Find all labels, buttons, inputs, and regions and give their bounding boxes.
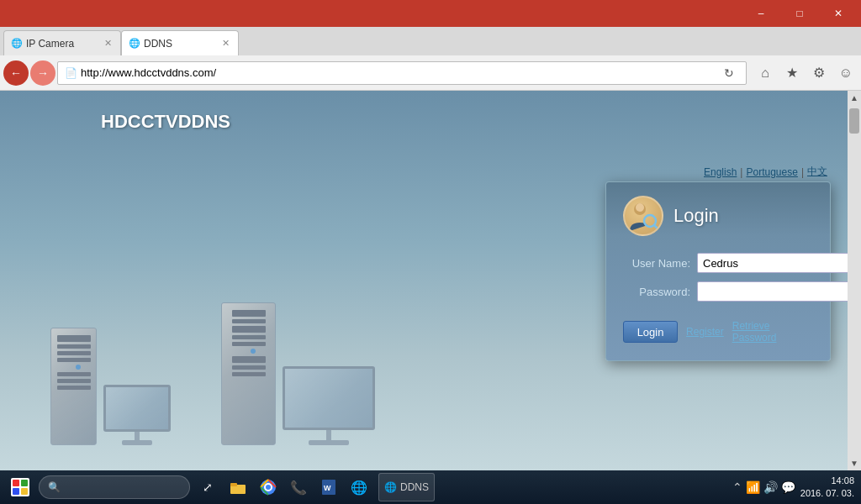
- favorites-icon[interactable]: ★: [780, 61, 804, 85]
- tabs-bar: 🌐 IP Camera ✕ 🌐 DDNS ✕: [0, 27, 861, 55]
- notification-icon[interactable]: 💬: [781, 480, 795, 494]
- toolbar-icons: ⌂ ★ ⚙ ☺: [753, 61, 858, 85]
- lang-portuguese[interactable]: Portuguese: [746, 166, 797, 178]
- back-button[interactable]: ←: [3, 60, 29, 86]
- register-link[interactable]: Register: [686, 326, 724, 338]
- smiley-icon[interactable]: ☺: [834, 61, 858, 85]
- tab-icon-ddns: 🌐: [129, 38, 140, 49]
- skype-button[interactable]: 📞: [284, 473, 313, 501]
- password-row: Password:: [623, 281, 813, 302]
- server-drive: [57, 335, 91, 342]
- tab-close-ddns[interactable]: ✕: [220, 38, 231, 49]
- server-drive: [232, 342, 266, 346]
- server-drive: [232, 372, 266, 376]
- computer-group-left: [50, 328, 171, 445]
- svg-line-2: [654, 225, 658, 228]
- server-drive: [57, 379, 91, 383]
- open-window-icon: 🌐: [384, 481, 397, 493]
- server-tower-1: [50, 328, 97, 445]
- lang-english[interactable]: English: [704, 166, 737, 178]
- server-drive: [232, 326, 266, 333]
- scroll-up-arrow[interactable]: ▲: [848, 91, 861, 105]
- task-view-button[interactable]: ⤢: [193, 473, 222, 501]
- taskbar-open-window[interactable]: 🌐 DDNS: [378, 473, 435, 501]
- username-input[interactable]: [697, 253, 848, 273]
- monitor-screen-right: [283, 366, 375, 430]
- taskbar-pinned: 📞 W 🌐: [224, 473, 373, 501]
- login-form: User Name: Password: Login Register Retr…: [623, 253, 813, 344]
- clock-date: 2016. 07. 03.: [800, 487, 854, 500]
- monitor-stand: [326, 430, 331, 440]
- login-title: Login: [673, 205, 719, 227]
- open-window-label: DDNS: [400, 481, 429, 493]
- server-tower-2: [221, 302, 276, 445]
- volume-icon[interactable]: 🔊: [763, 480, 778, 494]
- language-links: English | Portuguese | 中文: [704, 165, 827, 179]
- lang-sep-2: |: [801, 166, 804, 178]
- server-drive: [232, 310, 266, 317]
- address-input[interactable]: [81, 66, 717, 79]
- monitor-base: [122, 440, 152, 445]
- search-icon: 🔍: [48, 481, 61, 493]
- start-button[interactable]: [3, 472, 37, 502]
- title-bar: – □ ✕: [0, 0, 861, 27]
- site-title: HDCCTVDDNS: [101, 111, 230, 133]
- settings-icon[interactable]: ⚙: [807, 61, 831, 85]
- maximize-button[interactable]: □: [780, 0, 819, 27]
- lang-chinese[interactable]: 中文: [807, 165, 827, 179]
- server-drive: [57, 351, 91, 355]
- server-drive: [232, 319, 266, 323]
- monitor-base: [309, 440, 349, 445]
- webpage: HDCCTVDDNS English | Portuguese | 中文: [0, 91, 848, 470]
- home-icon[interactable]: ⌂: [753, 61, 777, 85]
- server-drive: [57, 386, 91, 390]
- nav-bar: ← → 📄 ↻ ⌂ ★ ⚙ ☺: [0, 55, 861, 91]
- forward-button[interactable]: →: [30, 60, 55, 86]
- lang-sep-1: |: [740, 166, 742, 178]
- taskbar: 🔍 ⤢ 📞 W 🌐: [0, 470, 861, 504]
- retrieve-password-link[interactable]: Retrieve Password: [732, 320, 813, 344]
- minimize-button[interactable]: –: [742, 0, 780, 27]
- monitor-screen-left: [103, 385, 171, 432]
- login-header: Login: [623, 196, 813, 236]
- login-actions: Login Register Retrieve Password: [623, 320, 813, 344]
- ie-button[interactable]: 🌐: [345, 473, 373, 501]
- tab-ip-camera[interactable]: 🌐 IP Camera ✕: [3, 30, 121, 55]
- server-drive: [232, 356, 266, 363]
- address-icon: 📄: [65, 67, 77, 79]
- network-icon[interactable]: 📶: [746, 480, 760, 494]
- tab-close-ip-camera[interactable]: ✕: [103, 38, 114, 49]
- address-bar[interactable]: 📄 ↻: [57, 61, 747, 85]
- clock[interactable]: 14:08 2016. 07. 03.: [800, 475, 854, 501]
- server-drive: [232, 335, 266, 339]
- monitor-left: [103, 385, 171, 445]
- close-button[interactable]: ✕: [819, 0, 858, 27]
- word-button[interactable]: W: [314, 473, 343, 501]
- computer-group-right: [221, 302, 375, 445]
- tab-ddns[interactable]: 🌐 DDNS ✕: [121, 30, 239, 55]
- taskbar-right: ⌃ 📶 🔊 💬 14:08 2016. 07. 03.: [732, 475, 858, 501]
- svg-rect-5: [230, 483, 237, 486]
- scrollbar-thumb[interactable]: [849, 108, 859, 134]
- server-drive: [57, 344, 91, 349]
- password-label: Password:: [623, 286, 690, 298]
- svg-text:W: W: [324, 484, 331, 492]
- browser-content-area: HDCCTVDDNS English | Portuguese | 中文: [0, 91, 861, 470]
- chevron-up-icon[interactable]: ⌃: [732, 480, 742, 494]
- taskbar-search[interactable]: 🔍: [39, 475, 190, 499]
- monitor-stand: [135, 432, 140, 440]
- chrome-button[interactable]: [254, 473, 283, 501]
- scrollbar[interactable]: ▲ ▼: [848, 91, 861, 470]
- refresh-button[interactable]: ↻: [719, 65, 739, 81]
- svg-point-3: [636, 203, 644, 212]
- file-explorer-button[interactable]: [224, 473, 252, 501]
- avatar-icon: [626, 199, 660, 233]
- windows-logo: [11, 478, 29, 496]
- scroll-down-arrow[interactable]: ▼: [848, 456, 861, 470]
- monitor-right: [283, 366, 375, 445]
- computers-area: [50, 302, 375, 445]
- password-input[interactable]: [697, 281, 848, 302]
- login-button[interactable]: Login: [623, 321, 678, 343]
- tab-icon-ip-camera: 🌐: [11, 38, 23, 49]
- server-light: [76, 365, 81, 370]
